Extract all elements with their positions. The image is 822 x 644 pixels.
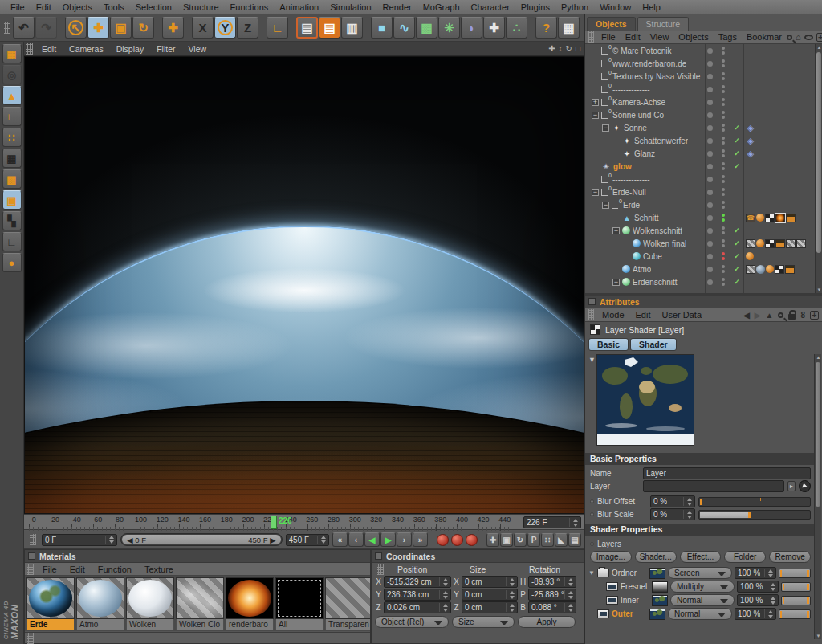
goto-end-button[interactable]: » <box>413 532 428 547</box>
stripes-tag[interactable] <box>786 239 796 248</box>
viewport-menu-item[interactable]: Filter <box>150 44 181 54</box>
menu-item[interactable]: Python <box>555 2 594 12</box>
material-wolken-clouds[interactable]: Wolken Clo <box>176 577 224 630</box>
object-row[interactable]: − Erde <box>585 198 822 211</box>
prev-frame-button[interactable]: ‹ <box>348 532 364 547</box>
viewport-grip[interactable] <box>26 43 33 55</box>
expander[interactable]: − <box>612 227 620 234</box>
menu-item[interactable]: Objects <box>57 2 98 12</box>
search-icon[interactable] <box>787 35 792 40</box>
menu-item[interactable]: File <box>5 2 31 12</box>
link-icon[interactable]: 8 <box>800 311 805 320</box>
lock-icon[interactable] <box>788 311 796 320</box>
visibility-dots[interactable] <box>722 252 725 260</box>
forward-icon[interactable]: ▶ <box>755 311 761 320</box>
expander[interactable]: − <box>592 112 599 119</box>
layer-amount-slider[interactable] <box>781 596 811 605</box>
parameter-dot[interactable] <box>590 499 594 503</box>
material-thumbnail-clouds[interactable] <box>176 577 224 619</box>
layer-dot[interactable] <box>707 125 713 131</box>
texture-mode-icon[interactable]: ▣ <box>2 190 22 210</box>
blur-scale-field[interactable]: 0 % <box>650 508 695 520</box>
stepper[interactable] <box>767 596 775 605</box>
rotation-b-field[interactable]: 0.088 ° <box>528 601 576 613</box>
parameter-dot[interactable] <box>590 512 594 516</box>
tab-basic[interactable]: Basic <box>588 338 629 351</box>
stepper[interactable] <box>564 577 573 586</box>
material-thumbnail-explosion[interactable] <box>226 577 274 619</box>
range-start-field[interactable]: 0 F <box>42 534 117 546</box>
timeline-doc-toggle[interactable]: ▤ <box>568 533 581 547</box>
phong-tag[interactable] <box>756 214 764 222</box>
enable-check[interactable]: ✓ <box>731 162 743 170</box>
target-tag[interactable] <box>746 124 755 132</box>
enable-check[interactable]: ✓ <box>731 137 743 145</box>
points-mode-icon[interactable]: ∷ <box>2 128 22 147</box>
menu-item[interactable]: Help <box>637 2 666 12</box>
visibility-dots[interactable] <box>722 188 725 196</box>
clap-tag[interactable] <box>786 214 796 222</box>
undo-icon[interactable]: ↶ <box>13 17 35 39</box>
layer-amount-field[interactable]: 100 % <box>737 594 779 606</box>
object-manager-menu-item[interactable]: View <box>645 32 674 42</box>
object-row[interactable]: − Sonne ✓ <box>585 121 822 134</box>
toolbar-grip[interactable] <box>4 22 10 34</box>
object-row[interactable]: www.renderbaron.de <box>585 57 822 70</box>
expander[interactable]: − <box>602 202 609 209</box>
object-row[interactable]: − Erdenschnitt ✓ <box>585 275 822 288</box>
materials-grip[interactable] <box>27 564 34 575</box>
scroll-up-arrow[interactable]: ▲ <box>815 355 822 360</box>
scroll-down-arrow[interactable]: ▼ <box>815 634 822 638</box>
material-thumbnail-earth[interactable] <box>26 577 75 619</box>
expander[interactable]: − <box>612 279 620 286</box>
effect-button[interactable]: Effect... <box>680 551 722 563</box>
visibility-dots[interactable] <box>722 59 725 67</box>
playhead[interactable] <box>271 516 277 529</box>
visibility-dots[interactable] <box>722 72 725 80</box>
layer-expand-button[interactable]: ▸ <box>787 481 796 491</box>
key-rotation-toggle[interactable]: ↻ <box>514 533 527 547</box>
add-particles-icon[interactable]: ∴ <box>506 17 527 39</box>
menu-item[interactable]: Selection <box>130 2 177 12</box>
object-manager-menu-item[interactable]: File <box>596 32 621 42</box>
move-tool-icon[interactable]: ✚ <box>87 17 109 39</box>
size-mode-dropdown[interactable]: Size <box>452 616 515 628</box>
key-position-toggle[interactable]: ✚ <box>486 533 499 547</box>
visibility-dots[interactable] <box>722 85 725 93</box>
stepper[interactable] <box>683 497 692 506</box>
coordinates-grip[interactable] <box>377 564 384 575</box>
stepper[interactable] <box>439 603 448 612</box>
viewport-menu-item[interactable]: Edit <box>35 44 63 54</box>
polygons-mode-icon[interactable]: ▩ <box>2 169 22 189</box>
object-manager-menu-item[interactable]: Tags <box>714 32 742 42</box>
layer-dot[interactable] <box>707 228 713 234</box>
visibility-dots[interactable] <box>722 175 725 183</box>
layer-thumbnail[interactable] <box>652 595 668 606</box>
layer-dot[interactable] <box>707 87 713 92</box>
blur-offset-field[interactable]: 0 % <box>650 495 695 507</box>
shader-preview[interactable] <box>596 354 694 446</box>
visibility-dots[interactable] <box>722 214 725 222</box>
layer-dot[interactable] <box>707 190 713 195</box>
scale-tool-icon[interactable]: ▣ <box>110 17 132 39</box>
position-y-field[interactable]: 236.738 cm <box>384 589 451 601</box>
attributes-menu-item[interactable]: User Data <box>657 310 708 320</box>
object-row[interactable]: -------------- <box>585 173 822 185</box>
expander[interactable]: − <box>592 189 599 196</box>
eye-icon[interactable] <box>804 35 813 40</box>
attributes-menu-item[interactable]: Edit <box>630 310 657 320</box>
layer-amount-slider[interactable] <box>781 582 811 592</box>
material-renderbaron[interactable]: renderbaro <box>226 577 274 630</box>
menu-item[interactable]: Simulation <box>324 2 376 12</box>
toggle-view-icon[interactable]: □ <box>576 44 580 53</box>
enable-check[interactable]: ✓ <box>731 226 743 234</box>
visibility-dots[interactable] <box>722 149 725 157</box>
add-deformer-icon[interactable]: ◗ <box>461 17 482 39</box>
visibility-dots[interactable] <box>722 98 725 106</box>
object-manager-menu-item[interactable]: Edit <box>621 32 645 42</box>
rotation-p-field[interactable]: -25.889 ° <box>528 589 576 601</box>
visibility-dots[interactable] <box>722 47 725 55</box>
layer-dot[interactable] <box>707 138 713 144</box>
zoom-view-icon[interactable]: ↕ <box>559 44 563 53</box>
record-keyframe-button[interactable] <box>437 534 449 546</box>
